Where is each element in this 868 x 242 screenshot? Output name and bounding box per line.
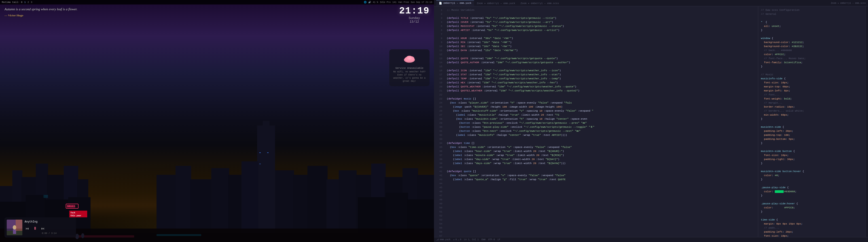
tab-label-inactive-2: Zoom ✦ emberry1 – emm.scss <box>521 2 559 5</box>
desktop-panel: DRUGS fuck this year ░░░ Mutima tail: 0 … <box>0 0 434 242</box>
tab-eww-scss[interactable]: Zoom ✦ emberry1 – emm.yuck <box>474 0 518 6</box>
svg-rect-13 <box>259 164 261 164</box>
line-numbers: 1234567891011121314151617181920212223242… <box>434 6 444 237</box>
cloud-icon <box>402 53 417 64</box>
music-title: AnythIng <box>25 220 74 223</box>
weather-widget: Service Unavailable No wifi, no weather … <box>389 49 430 86</box>
topbar-right: 🌐 🔊 41 % Idle Pro 141 Van Free Sun Sep 1… <box>364 1 432 4</box>
breadcrumb-zoom: Zoom ✦ emberry1 – emm.scss <box>831 2 866 4</box>
tab-eww-scss-2[interactable]: Zoom ✦ emberry1 – emm.scss <box>518 0 562 6</box>
status-language: EWW <box>482 238 486 241</box>
music-controls[interactable]: ⏮ ⏸ ⏭ <box>25 226 74 231</box>
svg-rect-9 <box>257 126 275 242</box>
svg-text:fuck: fuck <box>70 212 75 214</box>
editor-tabs-right: Zoom ✦ emberry1 – emm.scss <box>831 2 866 4</box>
error-count: 0 <box>456 238 457 241</box>
line-num: 1234567891011121314151617181920212223242… <box>434 8 442 237</box>
topbar-mem-value: 141 <box>393 1 397 4</box>
editor-tabbar: 📄 emberry1 – emm.yuck Zoom ✦ emberry1 – … <box>434 0 868 6</box>
svg-text:this year: this year <box>70 214 82 217</box>
svg-point-52 <box>406 56 413 61</box>
topbar-workspace-2[interactable]: 2 <box>28 1 29 4</box>
editor-panel: 📄 emberry1 – emm.yuck Zoom ✦ emberry1 – … <box>434 0 868 242</box>
svg-rect-11 <box>259 152 261 153</box>
clock-day: Sunday <box>399 16 430 20</box>
svg-text:░░░: ░░░ <box>43 195 48 198</box>
warn-icon: ⚠ <box>458 238 459 241</box>
warn-count: 0 <box>460 238 461 241</box>
music-info: AnythIng ⏮ ⏸ ⏭ 0:00 / 3:14 <box>25 220 74 235</box>
svg-rect-10 <box>263 121 270 130</box>
tab-label-active: emberry1 – emm.yuck <box>443 2 471 4</box>
status-encoding: UTF-8 <box>488 238 495 241</box>
topbar-net-label: Van Free <box>398 1 409 4</box>
topbar-workspace-3[interactable]: 3 <box>31 1 32 4</box>
svg-rect-58 <box>16 220 22 231</box>
clock-date: 13/12 <box>399 20 430 24</box>
tab-eww-yuck-active[interactable]: 📄 emberry1 – emm.yuck <box>436 0 474 6</box>
topbar-title: Mutima tail: 0 <box>2 1 22 4</box>
weather-icon <box>393 53 426 65</box>
status-line-ending: LF <box>497 238 500 241</box>
status-position: Ln 1, Col 1 <box>464 238 479 241</box>
topbar: Mutima tail: 0 1 2 3 🌐 🔊 41 % Idle Pro 1… <box>0 0 434 4</box>
language-label: EWW <box>482 238 486 241</box>
topbar-volume-value: 41 % <box>373 1 378 4</box>
code-area-left: 1234567891011121314151617181920212223242… <box>434 6 758 237</box>
weather-message: No wifi, no weather huh? Even if there's… <box>393 70 426 83</box>
code-content-left[interactable]: ;; Music Variables (defpoll TITLE :inter… <box>444 6 758 237</box>
topbar-network-icon: 🌐 <box>364 1 367 4</box>
quote-widget: Autumn is a second spring when every lea… <box>4 7 78 18</box>
status-branch: ⎇ emm.yuck <box>436 238 451 241</box>
music-next-button[interactable]: ⏭ <box>40 226 45 231</box>
line-ending-label: LF <box>497 238 500 241</box>
topbar-time: Sun Sep 17 21:13 <box>411 1 432 4</box>
editor-statusbar: ⎇ emm.yuck ✕ 0 ⚠ 0 Ln 1, Col 1 EWW UTF-8… <box>434 237 868 242</box>
album-art <box>7 220 22 235</box>
quote-text: Autumn is a second spring when every lea… <box>4 7 78 12</box>
svg-rect-12 <box>267 152 269 153</box>
tab-folder-icon: 📄 <box>439 2 442 5</box>
git-icon: ⎇ <box>436 238 439 241</box>
topbar-cpu-label: Idle Pro <box>380 1 391 4</box>
status-errors: ✕ 0 ⚠ 0 <box>453 238 461 241</box>
editor-main: 1234567891011121314151617181920212223242… <box>434 6 868 237</box>
music-progress: 0:00 / 3:14 <box>25 232 74 235</box>
cursor-position: Ln 1, Col 1 <box>464 238 479 241</box>
music-prev-button[interactable]: ⏮ <box>25 226 30 231</box>
weather-status: Service Unavailable <box>393 67 426 70</box>
svg-point-48 <box>81 233 84 238</box>
svg-text:DRUGS: DRUGS <box>67 205 75 208</box>
quote-author: — Victor Hugo <box>4 13 78 18</box>
svg-rect-46 <box>157 234 201 236</box>
svg-rect-57 <box>13 230 16 234</box>
music-play-button[interactable]: ⏸ <box>32 226 38 231</box>
css-panel[interactable]: // Eww scss Configuration // General * {… <box>758 6 865 237</box>
topbar-volume-icon: 🔊 <box>368 1 371 4</box>
encoding-label: UTF-8 <box>488 238 495 241</box>
status-branch-name: emm.yuck <box>440 238 451 241</box>
topbar-workspace-1[interactable]: 1 <box>24 1 26 4</box>
clock-time: 21:19 <box>399 6 430 16</box>
clock-widget: 21:19 Sunday 13/12 <box>399 6 430 24</box>
music-player: AnythIng ⏮ ⏸ ⏭ 0:00 / 3:14 <box>4 217 76 238</box>
editor-tabs: 📄 emberry1 – emm.yuck Zoom ✦ emberry1 – … <box>436 0 562 6</box>
error-icon: ✕ <box>453 238 455 241</box>
editor-scrollbar[interactable] <box>865 6 868 237</box>
tab-label-inactive-1: Zoom ✦ emberry1 – emm.yuck <box>477 2 515 5</box>
